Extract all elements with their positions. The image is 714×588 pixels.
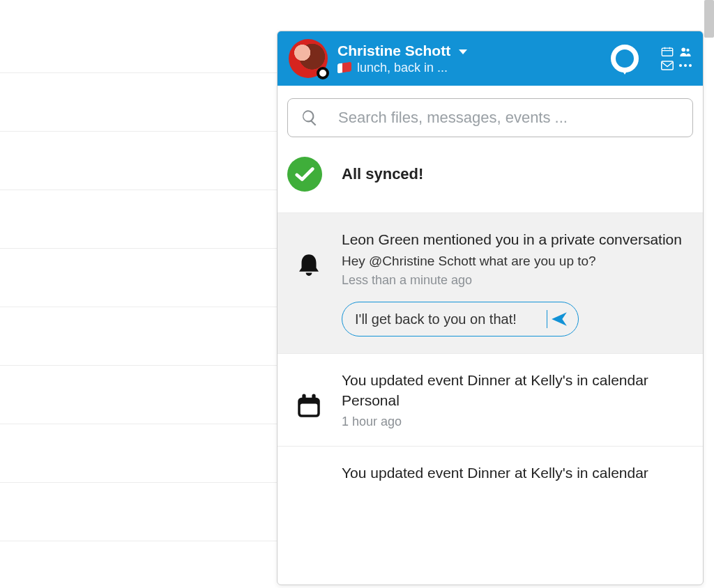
feed-item-title: You updated event Dinner at Kelly's in c…: [342, 463, 688, 483]
user-status[interactable]: lunch, back in ...: [337, 61, 467, 75]
svg-rect-0: [662, 48, 672, 56]
feed-item-event[interactable]: You updated event Dinner at Kelly's in c…: [278, 446, 703, 487]
user-menu-caret-icon[interactable]: [459, 49, 467, 54]
send-icon[interactable]: [550, 310, 568, 328]
feed-item-title: Leon Green mentioned you in a private co…: [342, 230, 688, 249]
svg-rect-8: [301, 404, 318, 415]
header-icon-grid: [661, 47, 692, 70]
presence-badge: [317, 67, 329, 79]
panel-header: Christine Schott lunch, back in ...: [278, 31, 703, 86]
search-box[interactable]: [287, 98, 693, 137]
feed-item-event[interactable]: You updated event Dinner at Kelly's in c…: [278, 353, 703, 446]
feed-item-mention[interactable]: Leon Green mentioned you in a private co…: [278, 212, 703, 353]
calendar-solid-icon: [293, 371, 325, 429]
search-row: [278, 86, 703, 141]
background-rules: [0, 0, 279, 588]
status-emoji-icon: [337, 62, 351, 74]
check-circle-icon: [287, 157, 322, 192]
more-icon[interactable]: [679, 61, 692, 70]
app-logo-icon[interactable]: [611, 45, 639, 72]
search-input[interactable]: [338, 109, 680, 127]
mail-icon[interactable]: [661, 61, 674, 70]
activity-feed: Leon Green mentioned you in a private co…: [278, 212, 703, 585]
user-name-block: Christine Schott lunch, back in ...: [337, 42, 467, 75]
user-name: Christine Schott: [337, 42, 450, 59]
quick-reply[interactable]: [342, 302, 579, 336]
avatar[interactable]: [289, 39, 328, 78]
bell-icon: [293, 230, 325, 336]
svg-rect-9: [302, 394, 305, 402]
sync-label: All synced!: [342, 165, 423, 183]
text-cursor-icon: [547, 310, 547, 328]
sync-status: All synced!: [278, 141, 703, 212]
feed-item-icon-placeholder: [293, 463, 325, 483]
status-text: lunch, back in ...: [357, 61, 448, 75]
search-icon: [301, 109, 319, 127]
feed-item-meta: Less than a minute ago: [342, 273, 688, 288]
svg-rect-6: [662, 61, 674, 70]
feed-item-meta: 1 hour ago: [342, 415, 688, 429]
svg-rect-10: [312, 394, 315, 402]
feed-item-preview: Hey @Christine Schott what are you up to…: [342, 254, 688, 269]
people-icon[interactable]: [679, 47, 692, 56]
svg-point-5: [686, 49, 689, 52]
svg-point-4: [681, 47, 685, 52]
feed-item-title: You updated event Dinner at Kelly's in c…: [342, 371, 688, 410]
page-scrollbar[interactable]: [704, 0, 714, 38]
calendar-icon[interactable]: [661, 47, 674, 56]
activity-panel: Christine Schott lunch, back in ...: [277, 31, 704, 585]
quick-reply-input[interactable]: [355, 311, 544, 327]
